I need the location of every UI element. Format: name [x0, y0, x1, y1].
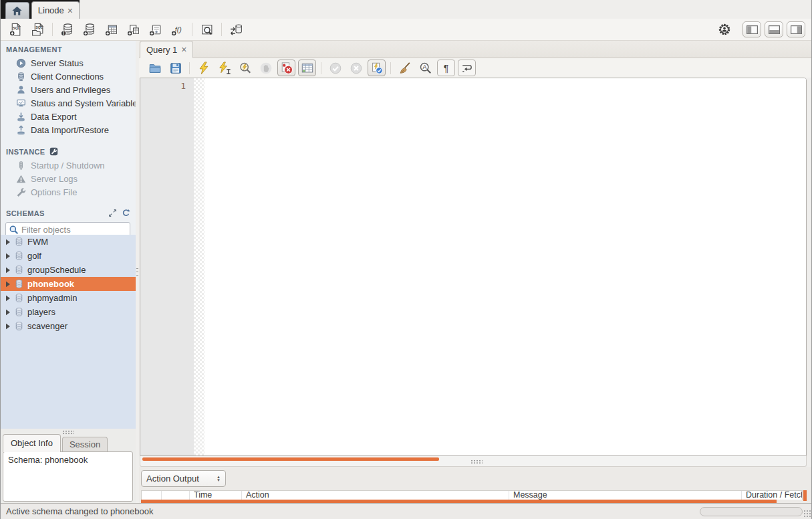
- create-schema-button[interactable]: [80, 21, 98, 38]
- execute-button[interactable]: [194, 60, 213, 76]
- server-status-icon: [16, 58, 26, 68]
- sidebar-item-server-logs[interactable]: Server Logs: [1, 172, 136, 185]
- connection-tab[interactable]: Linode ×: [31, 1, 80, 19]
- toggle-word-wrap-button[interactable]: [458, 60, 476, 76]
- schema-row-phonebook[interactable]: phonebook: [1, 277, 136, 291]
- column-header-action[interactable]: Action: [242, 491, 509, 500]
- window-resize-grip[interactable]: [803, 510, 811, 518]
- toolbar-separator: [221, 23, 222, 36]
- toolbar-separator: [390, 62, 391, 74]
- output-resize-handle[interactable]: [470, 459, 483, 464]
- close-icon[interactable]: ×: [67, 6, 73, 15]
- sql-editor-area: Query 1 × ¶ 1: [139, 41, 811, 503]
- save-script-button[interactable]: [166, 60, 184, 76]
- execute-current-button[interactable]: [215, 60, 233, 76]
- schema-row-groupschedule[interactable]: groupSchedule: [1, 263, 136, 277]
- sidebar-item-users-privileges[interactable]: Users and Privileges: [1, 83, 136, 96]
- query-tab-strip: Query 1 ×: [139, 41, 811, 58]
- schema-row-players[interactable]: players: [1, 305, 136, 319]
- options-file-icon: [16, 187, 26, 197]
- mysql-workbench-window: Linode × MANAGEMENT Ser: [0, 0, 812, 519]
- sidebar-item-options-file[interactable]: Options File: [1, 185, 136, 199]
- toggle-left-sidebar-button[interactable]: [742, 21, 761, 37]
- preferences-button[interactable]: [716, 21, 732, 37]
- expander-icon[interactable]: [5, 253, 11, 260]
- wrench-badge-icon: [49, 147, 58, 156]
- toggle-right-sidebar-button[interactable]: [787, 21, 805, 37]
- refresh-schemas-icon[interactable]: [122, 209, 130, 217]
- toggle-invisibles-button[interactable]: ¶: [437, 60, 455, 76]
- sidebar-item-data-export[interactable]: Data Export: [1, 110, 136, 123]
- data-export-icon: [16, 112, 26, 122]
- schema-name: phpmyadmin: [27, 293, 77, 303]
- expander-icon[interactable]: [5, 323, 11, 330]
- sidebar-item-client-connections[interactable]: Client Connections: [1, 70, 136, 83]
- create-function-button[interactable]: [168, 21, 186, 38]
- status-scrollbar-thumb[interactable]: [700, 507, 803, 516]
- search-table-data-button[interactable]: [198, 21, 215, 38]
- explain-button[interactable]: [236, 60, 254, 76]
- schema-row-fwm[interactable]: FWM: [1, 235, 136, 249]
- column-header-blank1[interactable]: [142, 491, 162, 500]
- schema-row-scavenger[interactable]: scavenger: [1, 319, 136, 333]
- expander-icon[interactable]: [5, 309, 11, 316]
- column-header-message[interactable]: Message: [509, 491, 742, 500]
- reconnect-dbms-button[interactable]: [227, 21, 245, 38]
- open-sql-script-icon: [31, 23, 45, 37]
- sidebar-item-server-status[interactable]: Server Status: [1, 56, 136, 70]
- schema-row-golf[interactable]: golf: [1, 249, 136, 263]
- status-variables-icon: [16, 98, 26, 108]
- inspect-database-button[interactable]: [58, 21, 76, 38]
- column-header-time[interactable]: Time: [190, 491, 242, 500]
- open-sql-script-button[interactable]: [29, 21, 46, 38]
- column-header-duration[interactable]: Duration / Fetch: [742, 491, 802, 500]
- line-number-gutter: 1: [140, 78, 194, 455]
- schema-filter-input[interactable]: [21, 225, 127, 235]
- scrollbar-thumb[interactable]: [142, 457, 439, 461]
- toggle-autocommit-button[interactable]: [368, 60, 386, 76]
- sql-text-area[interactable]: [205, 78, 806, 455]
- toolbar-right-group: [716, 21, 805, 37]
- output-view-selector[interactable]: Action Output ▲ ▼: [141, 470, 226, 487]
- schema-icon: [14, 265, 24, 275]
- create-table-button[interactable]: [102, 21, 120, 38]
- search-icon: [9, 225, 19, 235]
- column-header-blank2[interactable]: [162, 491, 190, 500]
- toggle-stop-on-error-button[interactable]: [277, 60, 295, 76]
- new-sql-tab-button[interactable]: [7, 21, 24, 38]
- output-vertical-scrollbar[interactable]: [803, 490, 807, 501]
- find-button[interactable]: [416, 60, 434, 76]
- execute-current-icon: [218, 62, 231, 75]
- sidebar-item-status-variables[interactable]: Status and System Variables: [1, 96, 136, 110]
- schema-name: FWM: [27, 237, 48, 247]
- expand-schemas-icon[interactable]: [108, 209, 117, 217]
- create-procedure-button[interactable]: [146, 21, 164, 38]
- sidebar-item-startup-shutdown[interactable]: Startup / Shutdown: [1, 159, 136, 172]
- commit-button[interactable]: [326, 60, 344, 76]
- stop-button[interactable]: [257, 60, 275, 76]
- close-icon[interactable]: ×: [181, 45, 186, 54]
- open-script-button[interactable]: [146, 60, 164, 76]
- tab-session[interactable]: Session: [62, 437, 108, 452]
- beautify-sql-button[interactable]: [396, 60, 414, 76]
- limit-rows-button[interactable]: [298, 60, 316, 76]
- expander-icon[interactable]: [5, 281, 11, 288]
- expander-icon[interactable]: [5, 239, 11, 245]
- sidebar-item-data-import[interactable]: Data Import/Restore: [1, 123, 136, 136]
- main-toolbar: [1, 19, 811, 41]
- schema-row-phpmyadmin[interactable]: phpmyadmin: [1, 291, 136, 305]
- expander-icon[interactable]: [5, 295, 11, 302]
- expander-icon[interactable]: [5, 267, 11, 274]
- tab-object-info[interactable]: Object Info: [3, 434, 61, 452]
- query-tab[interactable]: Query 1 ×: [140, 41, 193, 58]
- startup-shutdown-icon: [16, 161, 26, 171]
- sidebar-item-label: Startup / Shutdown: [31, 161, 105, 171]
- client-connections-icon: [16, 72, 26, 82]
- schema-icon: [14, 307, 24, 317]
- stop-icon: [259, 62, 273, 75]
- sidebar-item-label: Options File: [31, 187, 77, 197]
- home-tab[interactable]: [5, 2, 29, 19]
- create-view-button[interactable]: [124, 21, 142, 38]
- toggle-output-area-button[interactable]: [765, 21, 783, 37]
- rollback-button[interactable]: [347, 60, 365, 76]
